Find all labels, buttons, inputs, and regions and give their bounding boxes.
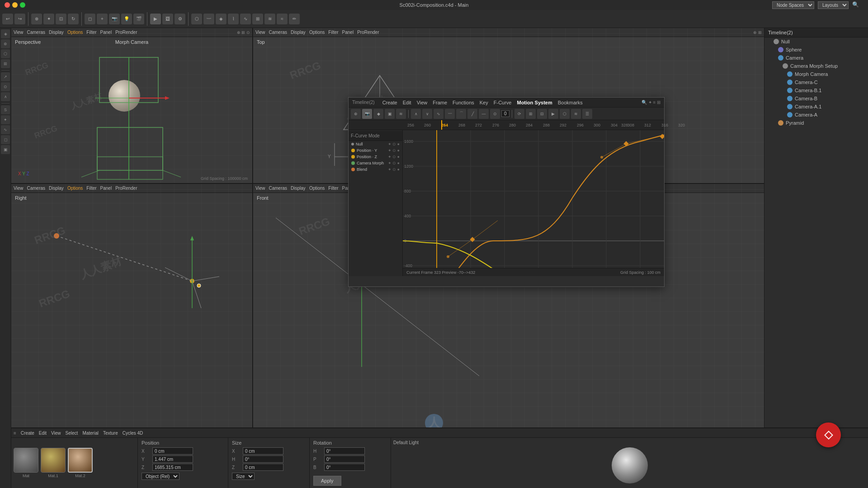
rp-sphere[interactable]: Sphere bbox=[764, 46, 868, 54]
mat-thumb-0[interactable] bbox=[14, 448, 38, 473]
tp-tb-5[interactable]: ≋ bbox=[396, 109, 406, 119]
mat-thumb-1[interactable] bbox=[41, 448, 66, 473]
tp-create[interactable]: Create bbox=[382, 100, 397, 105]
tp-fcurve[interactable]: F-Curve bbox=[494, 100, 512, 105]
render-view-icon[interactable]: 🖼 bbox=[162, 14, 173, 24]
coord-system-select[interactable]: Object (Rel) World bbox=[142, 473, 179, 480]
camera-icon[interactable]: 📷 bbox=[109, 14, 120, 24]
pos-x-input[interactable] bbox=[152, 447, 193, 455]
sketch-icon[interactable]: ✏ bbox=[289, 14, 300, 24]
rot-h-input[interactable] bbox=[324, 447, 365, 455]
rp-camera-c[interactable]: Camera-C bbox=[764, 78, 868, 86]
tp-tb-16[interactable]: ⊟ bbox=[537, 109, 547, 119]
cycles4d-menu[interactable]: Cycles 4D bbox=[123, 431, 143, 436]
tp-view[interactable]: View bbox=[417, 100, 428, 105]
tp-motion-system[interactable]: Motion System bbox=[517, 100, 552, 105]
tp-tb-15[interactable]: ⊞ bbox=[526, 109, 536, 119]
tp-tb-1[interactable]: ⊕ bbox=[351, 109, 361, 119]
tp-edit[interactable]: Edit bbox=[403, 100, 411, 105]
nurbs-icon[interactable]: ◈ bbox=[216, 14, 226, 24]
texture-menu[interactable]: Texture bbox=[103, 431, 118, 436]
deformer-icon[interactable]: ⌇ bbox=[228, 14, 239, 24]
create-menu[interactable]: Create bbox=[21, 431, 34, 436]
view-menu[interactable]: View bbox=[51, 431, 61, 436]
tp-tb-7[interactable]: ∨ bbox=[422, 109, 432, 119]
undo-icon[interactable]: ↩ bbox=[2, 14, 13, 24]
pos-y-input[interactable] bbox=[152, 455, 193, 463]
rp-camera-b[interactable]: Camera-B bbox=[764, 94, 868, 103]
mograph-icon[interactable]: ⊞ bbox=[252, 14, 263, 24]
tp-tb-20[interactable]: ☰ bbox=[582, 109, 592, 119]
fc-blend[interactable]: Blend ✦ ⊙ ● bbox=[349, 166, 402, 173]
size-dropdown-select[interactable]: Size bbox=[232, 473, 255, 480]
size-x-input[interactable] bbox=[243, 447, 283, 455]
minimize-button[interactable] bbox=[12, 2, 18, 8]
fc-cam-morph[interactable]: Camera Morph ✦ ⊙ ● bbox=[349, 160, 402, 166]
spline-icon[interactable]: 〰 bbox=[203, 14, 214, 24]
rp-camera-a[interactable]: Camera-A bbox=[764, 111, 868, 119]
hair-icon[interactable]: ≋ bbox=[264, 14, 275, 24]
material-2[interactable]: Mat.2 bbox=[68, 448, 93, 478]
left-icon-3[interactable]: ⬡ bbox=[1, 49, 10, 58]
null-icon[interactable]: + bbox=[97, 14, 108, 24]
tp-tb-14[interactable]: ⟳ bbox=[514, 109, 524, 119]
layouts-select[interactable]: Layouts bbox=[818, 1, 849, 9]
tp-functions[interactable]: Functions bbox=[453, 100, 474, 105]
rp-camera-a1[interactable]: Camera-A.1 bbox=[764, 103, 868, 111]
size-z-input[interactable] bbox=[243, 464, 283, 471]
material-0[interactable]: Mat bbox=[14, 448, 38, 478]
fc-null[interactable]: Null ✦ ⊙ ● bbox=[349, 141, 402, 147]
material-menu[interactable]: Material bbox=[82, 431, 99, 436]
record-watermark-btn[interactable] bbox=[816, 422, 841, 447]
rotate-icon[interactable]: ↻ bbox=[68, 14, 79, 24]
rp-camera-b1[interactable]: Camera-B.1 bbox=[764, 86, 868, 94]
pos-z-input[interactable] bbox=[152, 464, 193, 471]
tp-tb-19[interactable]: ≋ bbox=[571, 109, 581, 119]
rot-b-input[interactable] bbox=[324, 464, 365, 471]
select-menu[interactable]: Select bbox=[66, 431, 78, 436]
redo-icon[interactable]: ↪ bbox=[14, 14, 25, 24]
apply-button[interactable]: Apply bbox=[313, 476, 341, 486]
tp-bookmarks[interactable]: Bookmarks bbox=[558, 100, 583, 105]
left-icon-7[interactable]: ∧ bbox=[1, 92, 10, 101]
left-icon-5[interactable]: ↗ bbox=[1, 72, 10, 81]
rp-pyramid[interactable]: Pyramid bbox=[764, 119, 868, 127]
tp-tb-8[interactable]: ∿ bbox=[434, 109, 443, 119]
rp-null[interactable]: Null bbox=[764, 38, 868, 46]
material-1[interactable]: Mat.1 bbox=[41, 448, 66, 478]
tp-tb-4[interactable]: ▣ bbox=[385, 109, 395, 119]
fc-pos-z[interactable]: Position · Z ✦ ⊙ ● bbox=[349, 154, 402, 160]
fc-pos-y[interactable]: Position · Y ✦ ⊙ ● bbox=[349, 147, 402, 154]
fcurve-canvas[interactable]: 1600 1200 800 400 0 -400 -800 -1200 bbox=[403, 130, 664, 276]
render-settings-icon[interactable]: ⚙ bbox=[175, 14, 185, 24]
left-icon-12[interactable]: ▣ bbox=[1, 145, 10, 154]
object-icon[interactable]: ◻ bbox=[85, 14, 95, 24]
left-icon-2[interactable]: ⊕ bbox=[1, 39, 10, 48]
tp-key[interactable]: Key bbox=[480, 100, 488, 105]
tp-tb-18[interactable]: ⬡ bbox=[560, 109, 570, 119]
left-icon-8[interactable]: S bbox=[1, 105, 10, 114]
left-icon-10[interactable]: ∿ bbox=[1, 125, 10, 134]
tp-tb-9[interactable]: 〰 bbox=[445, 109, 455, 119]
tp-tb-13[interactable]: ⊙ bbox=[490, 109, 500, 119]
left-icon-4[interactable]: ⊞ bbox=[1, 59, 10, 68]
edit-menu[interactable]: Edit bbox=[39, 431, 47, 436]
move-icon[interactable]: ✦ bbox=[43, 14, 54, 24]
node-spaces-select[interactable]: Node Spaces bbox=[772, 1, 814, 9]
tp-frame-input[interactable]: 0 bbox=[501, 110, 509, 117]
light-icon[interactable]: 💡 bbox=[121, 14, 132, 24]
viewport-perspective[interactable]: View Cameras Display Options Filter Pane… bbox=[11, 28, 253, 183]
rp-morph-camera[interactable]: Morph Camera bbox=[764, 70, 868, 78]
effector-icon[interactable]: ∿ bbox=[240, 14, 251, 24]
tp-tb-11[interactable]: ╱ bbox=[467, 109, 477, 119]
tp-tb-3[interactable]: ◆ bbox=[373, 109, 383, 119]
scale-icon[interactable]: ⊡ bbox=[56, 14, 66, 24]
search-icon[interactable]: 🔍 bbox=[852, 1, 859, 9]
tp-tb-2[interactable]: 📷 bbox=[362, 109, 372, 119]
simulation-icon[interactable]: ≈ bbox=[277, 14, 288, 24]
traffic-lights[interactable] bbox=[0, 0, 30, 10]
tp-tb-17[interactable]: ▶ bbox=[548, 109, 558, 119]
close-button[interactable] bbox=[5, 2, 10, 8]
left-icon-11[interactable]: ◻ bbox=[1, 135, 10, 144]
maximize-button[interactable] bbox=[20, 2, 25, 8]
